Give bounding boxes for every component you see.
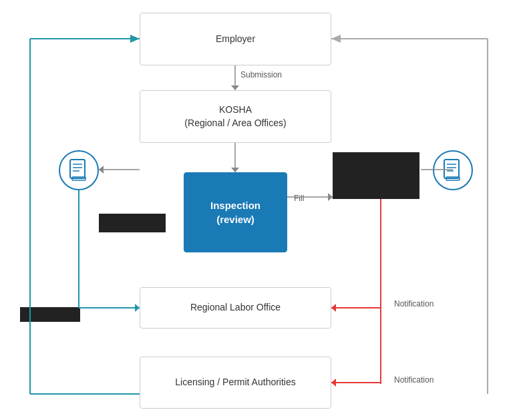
- document-icon-right: [443, 158, 463, 182]
- licensing-box: Licensing / Permit Authorities: [140, 357, 331, 409]
- redacted-box-right: [333, 152, 419, 199]
- redacted-box-correction: [99, 214, 166, 232]
- svg-rect-0: [70, 160, 85, 178]
- licensing-label: Licensing / Permit Authorities: [175, 376, 296, 389]
- diagram-container: Employer KOSHA(Regional / Area Offices) …: [0, 0, 519, 420]
- redacted-inspection-text: [20, 307, 80, 322]
- svg-marker-27: [331, 379, 336, 387]
- svg-marker-25: [331, 304, 336, 312]
- svg-marker-22: [328, 193, 333, 201]
- submission-label: Submission: [240, 70, 282, 79]
- document-circle-left: [59, 150, 99, 190]
- fill-label: Fill: [294, 194, 304, 203]
- kosha-label: KOSHA(Regional / Area Offices): [184, 103, 286, 130]
- document-icon-left: [69, 158, 89, 182]
- svg-rect-5: [444, 160, 459, 178]
- svg-marker-18: [231, 85, 239, 90]
- labor-label: Regional Labor Office: [190, 301, 281, 314]
- employer-box: Employer: [140, 13, 331, 65]
- inspection-label: Inspection(review): [210, 198, 261, 226]
- kosha-box: KOSHA(Regional / Area Offices): [140, 90, 331, 143]
- svg-marker-30: [135, 304, 140, 312]
- labor-box: Regional Labor Office: [140, 287, 331, 329]
- svg-marker-20: [231, 168, 239, 172]
- svg-marker-16: [331, 35, 341, 43]
- employer-label: Employer: [216, 33, 255, 46]
- svg-marker-32: [99, 166, 104, 174]
- document-circle-right: [433, 150, 473, 190]
- notification1-label: Notification: [394, 299, 434, 308]
- inspection-box: Inspection(review): [184, 172, 287, 252]
- notification2-label: Notification: [394, 375, 434, 385]
- svg-marker-13: [130, 35, 140, 43]
